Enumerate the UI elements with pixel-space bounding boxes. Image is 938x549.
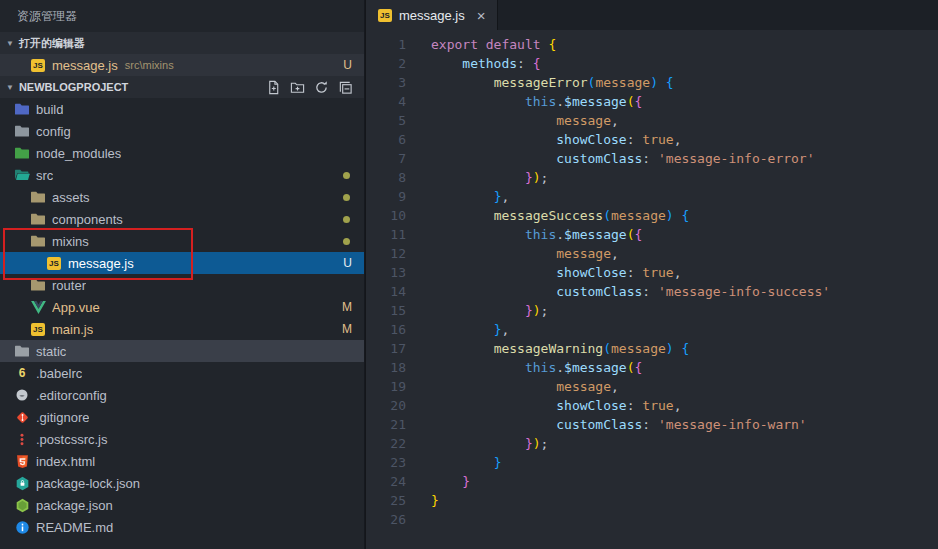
line-number: 16 — [366, 320, 406, 339]
code-line: 8 }); — [366, 168, 938, 187]
tree-item-router[interactable]: router — [0, 274, 364, 296]
code-line: 9 }, — [366, 187, 938, 206]
code-line: 5 message, — [366, 111, 938, 130]
project-section-header[interactable]: ▼ NEWBLOGPROJECT — [0, 76, 364, 98]
line-content: }); — [406, 301, 548, 320]
line-number: 7 — [366, 149, 406, 168]
modified-dot-badge — [343, 216, 350, 223]
code-line: 17 messageWarning(message) { — [366, 339, 938, 358]
tree-item-package.json[interactable]: package.json — [0, 494, 364, 516]
tree-item-.postcssrc.js[interactable]: .postcssrc.js — [0, 428, 364, 450]
line-content: showClose: true, — [406, 130, 681, 149]
tab-message-js[interactable]: JS message.js × — [366, 0, 498, 30]
tree-item-message.js[interactable]: JSmessage.jsU — [0, 252, 364, 274]
tree-item-label: package.json — [36, 498, 113, 513]
line-content: showClose: true, — [406, 263, 681, 282]
line-content: message, — [406, 111, 619, 130]
tree-item-components[interactable]: components — [0, 208, 364, 230]
tree-item-label: .editorconfig — [36, 388, 107, 403]
code-line: 2 methods: { — [366, 54, 938, 73]
chevron-down-icon: ▼ — [6, 83, 14, 92]
file-tree: buildconfignode_modulessrcassetscomponen… — [0, 98, 364, 538]
tree-item-README.md[interactable]: README.md — [0, 516, 364, 538]
line-number: 13 — [366, 263, 406, 282]
line-content: } — [406, 472, 470, 491]
tree-item-src[interactable]: src — [0, 164, 364, 186]
tree-item-label: config — [36, 124, 71, 139]
line-content: messageWarning(message) { — [406, 339, 689, 358]
line-number: 22 — [366, 434, 406, 453]
js-file-icon: JS — [30, 57, 46, 73]
line-number: 9 — [366, 187, 406, 206]
tree-item-label: index.html — [36, 454, 95, 469]
collapse-all-button[interactable] — [337, 79, 354, 96]
tree-item-label: package-lock.json — [36, 476, 140, 491]
open-editors-header[interactable]: ▼ 打开的编辑器 — [0, 32, 364, 54]
tree-item-.babelrc[interactable]: 6.babelrc — [0, 362, 364, 384]
code-line: 10 messageSuccess(message) { — [366, 206, 938, 225]
line-number: 20 — [366, 396, 406, 415]
npm-lock-icon — [14, 475, 30, 491]
new-folder-button[interactable] — [289, 79, 306, 96]
line-number: 25 — [366, 491, 406, 510]
line-number: 21 — [366, 415, 406, 434]
js-icon: JS — [46, 255, 62, 271]
code-line: 12 message, — [366, 244, 938, 263]
tree-item-config[interactable]: config — [0, 120, 364, 142]
tree-item-build[interactable]: build — [0, 98, 364, 120]
tree-item-assets[interactable]: assets — [0, 186, 364, 208]
tree-item-node-modules[interactable]: node_modules — [0, 142, 364, 164]
code-line: 3 messageError(message) { — [366, 73, 938, 92]
folder-static-icon — [14, 343, 30, 359]
line-number: 19 — [366, 377, 406, 396]
line-number: 15 — [366, 301, 406, 320]
line-number: 3 — [366, 73, 406, 92]
line-content: this.$message({ — [406, 358, 642, 377]
tree-item-label: message.js — [68, 256, 134, 271]
tree-item-.editorconfig[interactable]: .editorconfig — [0, 384, 364, 406]
line-content: this.$message({ — [406, 225, 642, 244]
line-content: message, — [406, 244, 619, 263]
code-line: 7 customClass: 'message-info-error' — [366, 149, 938, 168]
line-content: }, — [406, 187, 509, 206]
tree-item-label: App.vue — [52, 300, 100, 315]
line-number: 12 — [366, 244, 406, 263]
code-line: 22 }); — [366, 434, 938, 453]
code-area[interactable]: 1export default {2 methods: {3 messageEr… — [366, 30, 938, 529]
open-editor-file-name: message.js — [52, 58, 118, 73]
explorer-sidebar: 资源管理器 ▼ 打开的编辑器 JS message.js src\mixins … — [0, 0, 365, 549]
open-editor-item[interactable]: JS message.js src\mixins U — [0, 54, 364, 76]
tree-item-static[interactable]: static — [0, 340, 364, 362]
refresh-button[interactable] — [313, 79, 330, 96]
tree-item-label: README.md — [36, 520, 113, 535]
folder-icon — [30, 233, 46, 249]
tree-item-mixins[interactable]: mixins — [0, 230, 364, 252]
explorer-pane-title: 资源管理器 — [0, 0, 364, 32]
refresh-icon — [314, 79, 330, 95]
new-file-button[interactable] — [265, 79, 282, 96]
line-number: 14 — [366, 282, 406, 301]
project-name: NEWBLOGPROJECT — [19, 81, 128, 93]
tree-item-label: src — [36, 168, 53, 183]
line-number: 18 — [366, 358, 406, 377]
folder-icon — [30, 189, 46, 205]
tree-item-index.html[interactable]: index.html — [0, 450, 364, 472]
line-number: 23 — [366, 453, 406, 472]
new-file-icon — [266, 79, 282, 95]
code-line: 25} — [366, 491, 938, 510]
open-editors-header-label: 打开的编辑器 — [19, 36, 85, 51]
git-status-badge: M — [342, 322, 352, 336]
js-icon: JS — [30, 321, 46, 337]
code-line: 4 this.$message({ — [366, 92, 938, 111]
editor-area[interactable]: JS message.js × 1export default {2 metho… — [366, 0, 938, 549]
line-number: 11 — [366, 225, 406, 244]
git-icon — [14, 409, 30, 425]
close-icon[interactable]: × — [477, 8, 486, 23]
tree-item-.gitignore[interactable]: .gitignore — [0, 406, 364, 428]
tree-item-label: main.js — [52, 322, 93, 337]
tree-item-main.js[interactable]: JSmain.jsM — [0, 318, 364, 340]
tree-item-label: components — [52, 212, 123, 227]
tree-item-label: router — [52, 278, 86, 293]
tree-item-package-lock.json[interactable]: package-lock.json — [0, 472, 364, 494]
tree-item-App.vue[interactable]: App.vueM — [0, 296, 364, 318]
